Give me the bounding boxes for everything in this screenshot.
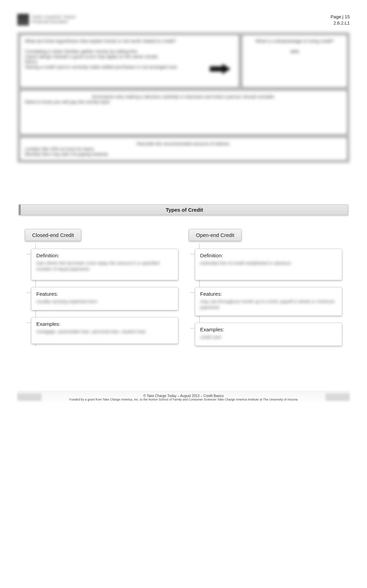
hypotheses-panel: What are three hypotheses that explain t… (19, 34, 239, 88)
interest-body: Lenders like 20% at most for loans. Mont… (25, 146, 342, 157)
card-body: credit card (200, 334, 337, 341)
open-end-label: Open-end Credit (189, 229, 242, 241)
worksheet-page: TAKE CHARGE TODAY Financial Education Pa… (0, 0, 367, 411)
interest-panel: Describe the recommended amount of inter… (19, 137, 348, 161)
types-section: Types of Credit Closed-end Credit Defini… (19, 204, 348, 353)
top-row: What are three hypotheses that explain t… (19, 34, 348, 88)
page-number: Page | 15 (331, 14, 350, 20)
page-footer: © Take Charge Today – August 2013 – Cred… (17, 391, 350, 404)
types-title: Types of Credit (19, 204, 348, 215)
card-body: usually carrying expected term (36, 299, 173, 305)
footer-funding: Funded by a grant from Take Charge Ameri… (48, 398, 319, 401)
card-title: Features: (200, 291, 337, 297)
card-body: extended line of credit established in a… (200, 260, 337, 275)
card-body: loan where the borrower must repay the a… (36, 260, 173, 275)
disadvantage-body: debt (247, 49, 342, 54)
footer-logo-left-icon (17, 393, 41, 401)
open-end-column: Open-end Credit Definition: extended lin… (189, 229, 342, 353)
open-definition-card: Definition: extended line of credit esta… (195, 249, 342, 280)
types-columns: Closed-end Credit Definition: loan where… (19, 229, 348, 353)
summary-title: Summarize why making a decision carefull… (25, 94, 342, 99)
page-header: TAKE CHARGE TODAY Financial Education Pa… (17, 14, 350, 26)
open-features-card: Features: may use throughout month up to… (195, 287, 342, 316)
summary-body: Need to know you will pay the money back (25, 99, 342, 104)
brand-logo: TAKE CHARGE TODAY Financial Education (17, 14, 76, 26)
card-body: may use throughout month up to a limit; … (200, 299, 337, 311)
card-title: Features: (36, 291, 173, 297)
logo-icon (17, 14, 29, 26)
card-title: Definition: (200, 252, 337, 258)
open-examples-card: Examples: credit card (195, 323, 342, 346)
disadvantage-panel: What is a disadvantage of using credit? … (242, 34, 348, 88)
card-title: Definition: (36, 252, 173, 258)
logo-subtitle: Financial Education (32, 20, 76, 24)
closed-end-label: Closed-end Credit (25, 229, 81, 241)
page-meta: Page | 15 2.6.2.L1 (331, 14, 350, 26)
card-title: Examples: (36, 321, 173, 327)
card-body: mortgage, automobile loan, personal loan… (36, 329, 173, 339)
summary-panel: Summarize why making a decision carefull… (19, 90, 348, 135)
top-frame: What are three hypotheses that explain t… (17, 32, 350, 163)
interest-title: Describe the recommended amount of inter… (25, 141, 342, 146)
card-title: Examples: (200, 327, 337, 332)
logo-text: TAKE CHARGE TODAY Financial Education (32, 15, 76, 24)
closed-features-card: Features: usually carrying expected term (31, 287, 178, 310)
hypotheses-text: What are three hypotheses that explain t… (25, 38, 234, 70)
footer-logo-right-icon (326, 393, 350, 401)
page-code: 2.6.2.L1 (331, 20, 350, 26)
disadvantage-title: What is a disadvantage of using credit? (247, 38, 342, 44)
footer-copyright: © Take Charge Today – August 2013 – Cred… (48, 394, 319, 398)
closed-definition-card: Definition: loan where the borrower must… (31, 249, 178, 280)
closed-end-column: Closed-end Credit Definition: loan where… (25, 229, 178, 353)
closed-examples-card: Examples: mortgage, automobile loan, per… (31, 317, 178, 344)
